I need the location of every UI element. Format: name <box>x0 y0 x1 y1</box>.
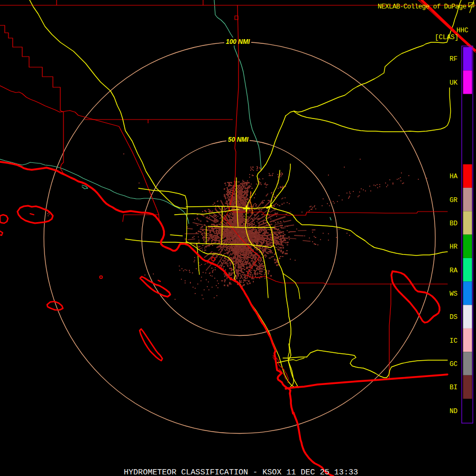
svg-text:100 NMI: 100 NMI <box>226 38 250 45</box>
svg-text:RF: RF <box>450 56 457 63</box>
svg-text:HYDROMETEOR CLASSIFICATION - K: HYDROMETEOR CLASSIFICATION - KSOX 11 DEC… <box>124 468 358 476</box>
svg-text:[CLAS]: [CLAS] <box>435 34 459 41</box>
svg-text:ND: ND <box>450 408 457 415</box>
svg-text:DS: DS <box>450 314 457 321</box>
svg-text:HHC: HHC <box>456 27 469 34</box>
svg-text:GR: GR <box>450 197 458 204</box>
svg-text:GC: GC <box>450 361 457 368</box>
svg-text:RA: RA <box>450 267 458 274</box>
svg-text:HA: HA <box>450 173 458 180</box>
svg-text:HR: HR <box>450 243 458 251</box>
svg-text:IC: IC <box>450 337 457 345</box>
svg-text:BI: BI <box>450 384 457 391</box>
svg-text:50 NMI: 50 NMI <box>228 136 249 143</box>
svg-text:WS: WS <box>450 290 457 298</box>
svg-text:BD: BD <box>450 220 457 227</box>
svg-text:UK: UK <box>450 79 458 87</box>
svg-text:NEXLAB-College of DuPage: NEXLAB-College of DuPage <box>378 3 466 11</box>
